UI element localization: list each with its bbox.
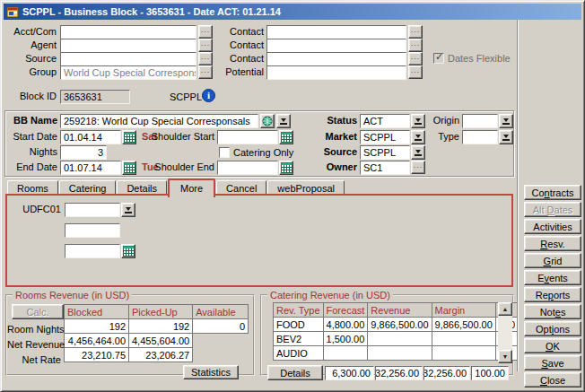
forecast-cell[interactable] bbox=[323, 346, 368, 361]
end-date-label: End Date bbox=[5, 161, 57, 174]
contact3-lov-button[interactable]: ... bbox=[408, 52, 423, 65]
origin-dropdown-button[interactable] bbox=[499, 114, 513, 128]
revenue-cell[interactable]: 9,866,500.00 bbox=[368, 318, 432, 332]
contact3-field[interactable] bbox=[266, 52, 406, 66]
room-nights-label: Room Nights bbox=[7, 323, 61, 336]
acctcom-lov-button[interactable]: ... bbox=[198, 25, 213, 39]
bb-name-field[interactable]: 259218: World Cup Special Corresponsals bbox=[60, 114, 258, 128]
info-icon[interactable] bbox=[202, 89, 215, 102]
property-code-label: SCPPL bbox=[170, 91, 205, 104]
source-dropdown-button[interactable] bbox=[411, 145, 425, 160]
margin-cell[interactable]: 9,866,500.00 bbox=[432, 318, 495, 332]
source-field[interactable] bbox=[60, 52, 196, 66]
forecast-cell[interactable]: 4,800.00 bbox=[323, 318, 368, 332]
contact1-lov-button[interactable]: ... bbox=[408, 25, 423, 39]
source-lov-button[interactable]: ... bbox=[198, 52, 213, 65]
table-row: BEV2 1,500.00 bbox=[274, 332, 519, 346]
margin-cell[interactable] bbox=[432, 346, 495, 361]
udf-field-3[interactable] bbox=[65, 244, 120, 258]
type-dropdown-button[interactable] bbox=[499, 130, 513, 144]
revenue-cell[interactable] bbox=[368, 332, 432, 346]
side-button-grid[interactable]: Grid bbox=[524, 253, 581, 268]
udf-field-2[interactable] bbox=[65, 223, 120, 238]
room-nights-blocked: 192 bbox=[65, 319, 129, 334]
revenue-cell[interactable] bbox=[368, 346, 432, 361]
side-button-stack: ContractsAlt DatesActivitiesResv.GridEve… bbox=[524, 185, 581, 389]
source-code-label: Source bbox=[305, 145, 357, 159]
forecast-cell[interactable]: 1,500.00 bbox=[323, 332, 368, 346]
end-date-field[interactable]: 01.07.14 bbox=[60, 161, 121, 175]
potential-lov-button[interactable]: ... bbox=[408, 65, 423, 79]
agent-lov-button[interactable]: ... bbox=[198, 39, 213, 52]
shoulder-start-calendar-button[interactable] bbox=[279, 130, 293, 144]
net-revenue-available bbox=[193, 334, 249, 348]
col-rev-type: Rev. Type bbox=[274, 303, 324, 318]
window-title: SCPPL - Business Block - 3653631 - Date … bbox=[22, 6, 281, 17]
statistics-button[interactable]: Statistics bbox=[183, 365, 239, 379]
catering-only-label: Catering Only bbox=[233, 146, 305, 160]
catering-revenue-table: Rev. Type Forecast Revenue Margin % FOOD… bbox=[273, 302, 519, 361]
side-button-events[interactable]: Events bbox=[524, 270, 581, 285]
agent-field[interactable] bbox=[60, 39, 196, 53]
status-dropdown-button[interactable] bbox=[411, 114, 425, 128]
udfc01-dropdown-button[interactable] bbox=[121, 203, 135, 217]
bb-name-dropdown-button[interactable] bbox=[276, 114, 291, 128]
side-button-close[interactable]: Close bbox=[524, 372, 581, 388]
ellipsis-icon: ... bbox=[201, 54, 211, 64]
rev-type-cell[interactable]: BEV2 bbox=[274, 332, 324, 346]
net-rate-label: Net Rate bbox=[7, 353, 61, 367]
rev-type-cell[interactable]: AUDIO bbox=[274, 346, 324, 361]
room-nights-picked-up: 192 bbox=[129, 319, 193, 334]
shoulder-end-calendar-button[interactable] bbox=[279, 161, 293, 175]
catering-table-scrollbar[interactable]: ▲ ▼ bbox=[498, 302, 512, 363]
start-date-calendar-button[interactable] bbox=[122, 130, 136, 144]
side-button-options[interactable]: Options bbox=[524, 321, 581, 336]
market-field[interactable]: SCPPL bbox=[360, 130, 410, 144]
table-row: AUDIO bbox=[274, 346, 519, 361]
side-button-reports[interactable]: Reports bbox=[524, 287, 581, 302]
market-dropdown-button[interactable] bbox=[411, 130, 425, 144]
contact1-field[interactable] bbox=[266, 25, 406, 39]
group-lov-button[interactable]: ... bbox=[198, 65, 213, 79]
contact2-field[interactable] bbox=[266, 39, 406, 53]
shoulder-start-field[interactable] bbox=[217, 130, 278, 144]
status-field[interactable]: ACT bbox=[360, 114, 410, 128]
margin-cell[interactable] bbox=[432, 332, 495, 346]
scroll-up-button[interactable]: ▲ bbox=[498, 302, 512, 316]
udfc01-field[interactable] bbox=[65, 203, 120, 217]
scroll-down-button[interactable]: ▼ bbox=[498, 350, 512, 363]
net-rate-picked-up: 23,206.27 bbox=[129, 348, 193, 362]
source-code-field[interactable]: SCPPL bbox=[360, 145, 410, 160]
catering-only-checkbox[interactable] bbox=[219, 147, 230, 158]
end-date-calendar-button[interactable] bbox=[122, 161, 136, 175]
group-field: World Cup Special Corresponsals bbox=[60, 65, 196, 80]
tab-more[interactable]: More bbox=[168, 179, 215, 197]
potential-label: Potential bbox=[219, 65, 264, 79]
start-date-field[interactable]: 01.04.14 bbox=[60, 130, 121, 144]
owner-lov-button[interactable]: ... bbox=[411, 161, 425, 174]
acctcom-field[interactable] bbox=[60, 25, 196, 39]
translate-globe-button[interactable] bbox=[260, 114, 275, 128]
table-row: 4,456,464.00 4,455,604.00 bbox=[65, 334, 249, 348]
source-label: Source bbox=[4, 52, 57, 65]
type-field[interactable] bbox=[462, 130, 498, 144]
shoulder-end-field[interactable] bbox=[217, 161, 278, 175]
side-button-activities[interactable]: Activities bbox=[524, 219, 581, 234]
nights-label: Nights bbox=[5, 145, 57, 159]
room-nights-available: 0 bbox=[193, 319, 249, 334]
udf-date-calendar-button[interactable] bbox=[121, 244, 135, 258]
owner-field[interactable]: SC1 bbox=[360, 161, 410, 175]
more-tab-panel: UDFC01 bbox=[5, 194, 513, 287]
side-button-resv[interactable]: Resv. bbox=[524, 236, 581, 251]
bb-details-box: BB Name 259218: World Cup Special Corres… bbox=[4, 110, 514, 177]
side-button-contracts[interactable]: Contracts bbox=[524, 185, 581, 200]
nights-field[interactable]: 3 bbox=[60, 145, 107, 160]
rev-type-cell[interactable]: FOOD bbox=[274, 318, 324, 332]
potential-field[interactable] bbox=[266, 65, 406, 80]
origin-field[interactable] bbox=[462, 114, 498, 128]
side-button-save[interactable]: Save bbox=[524, 355, 581, 370]
side-button-ok[interactable]: OK bbox=[524, 338, 581, 353]
contact2-lov-button[interactable]: ... bbox=[408, 39, 423, 52]
side-button-notes[interactable]: Notes bbox=[524, 304, 581, 319]
details-button[interactable]: Details bbox=[267, 365, 323, 380]
